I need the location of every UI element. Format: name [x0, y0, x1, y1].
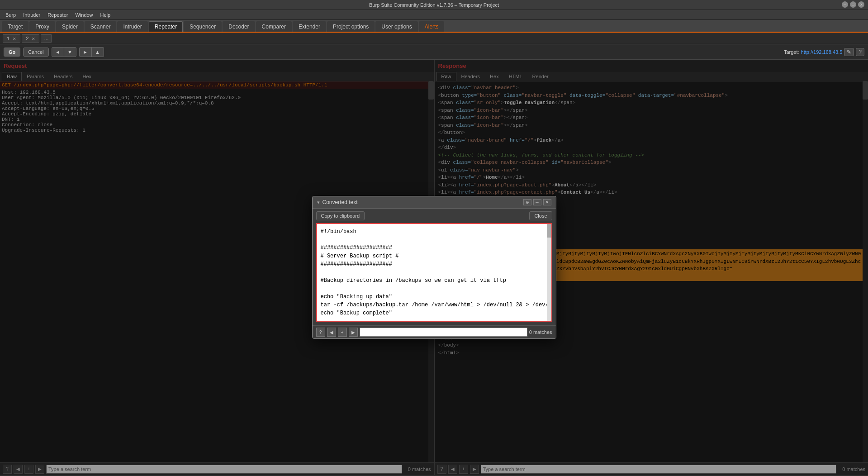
- toolbar-right: Target: http://192.168.43.5 ✎ ?: [784, 48, 864, 56]
- nav-next-button[interactable]: ►: [79, 47, 92, 57]
- repeater-tab-1-close[interactable]: ✕: [13, 37, 16, 41]
- menu-help[interactable]: Help: [97, 11, 114, 19]
- nav-prev-group: ◄ ▼: [52, 47, 76, 57]
- converted-text-modal: ▾ Converted text ⊕ ─ ✕ Copy to clipboard…: [312, 196, 556, 339]
- repeater-tab-2-close[interactable]: ✕: [32, 37, 35, 41]
- modal-toolbar: Copy to clipboard Close: [313, 209, 556, 223]
- modal-minimize-button[interactable]: ─: [533, 199, 541, 205]
- modal-pin-button[interactable]: ⊕: [523, 199, 531, 205]
- menu-window[interactable]: Window: [71, 11, 96, 19]
- repeater-tab-bar: 1 ✕ 2 ✕ ...: [0, 33, 868, 44]
- script-text: #!/bin/bash ###################### # Ser…: [321, 228, 548, 317]
- modal-title-bar: ▾ Converted text ⊕ ─ ✕: [313, 196, 556, 209]
- modal-window-controls: ⊕ ─ ✕: [523, 199, 551, 205]
- modal-search-bar: ? ◀ + ▶ 0 matches: [313, 325, 556, 338]
- tab-user-options[interactable]: User options: [375, 21, 417, 32]
- modal-search-input[interactable]: [360, 328, 527, 337]
- menu-bar: Burp Intruder Repeater Window Help: [0, 10, 868, 20]
- modal-search-prev[interactable]: ◀: [327, 328, 336, 337]
- menu-intruder[interactable]: Intruder: [19, 11, 44, 19]
- modal-close-button[interactable]: Close: [529, 211, 552, 220]
- modal-title-left: ▾ Converted text: [317, 199, 358, 205]
- modal-search-next[interactable]: ▶: [349, 328, 358, 337]
- main-content: Request Raw Params Headers Hex GET /inde…: [0, 60, 868, 475]
- tab-project-options[interactable]: Project options: [327, 21, 375, 32]
- cancel-button[interactable]: Cancel: [23, 48, 48, 57]
- close-button[interactable]: ✕: [858, 1, 864, 8]
- modal-collapse-icon: ▾: [317, 200, 320, 205]
- window-title: Burp Suite Community Edition v1.7.36 – T…: [369, 2, 499, 8]
- modal-search-help[interactable]: ?: [316, 328, 325, 337]
- maximize-button[interactable]: □: [850, 1, 856, 8]
- repeater-tab-1[interactable]: 1 ✕: [3, 34, 20, 43]
- repeater-tab-2[interactable]: 2 ✕: [22, 34, 39, 43]
- modal-title: Converted text: [323, 199, 358, 205]
- tab-comparer[interactable]: Comparer: [256, 21, 292, 32]
- tab-proxy[interactable]: Proxy: [29, 21, 55, 32]
- tab-extender[interactable]: Extender: [293, 21, 326, 32]
- modal-search-add[interactable]: +: [338, 328, 347, 337]
- modal-scrollbar[interactable]: [547, 224, 551, 321]
- tab-repeater[interactable]: Repeater: [149, 21, 183, 32]
- tab-scanner[interactable]: Scanner: [85, 21, 117, 32]
- title-bar-controls: ─ □ ✕: [842, 1, 864, 8]
- modal-overlay: ▾ Converted text ⊕ ─ ✕ Copy to clipboard…: [0, 60, 868, 475]
- target-help-button[interactable]: ?: [856, 48, 864, 56]
- modal-content: #!/bin/bash ###################### # Ser…: [316, 223, 552, 322]
- target-url: http://192.168.43.5: [801, 49, 843, 55]
- menu-burp[interactable]: Burp: [2, 11, 19, 19]
- target-edit-button[interactable]: ✎: [844, 48, 854, 56]
- modal-scrollbar-thumb: [547, 224, 551, 238]
- repeater-more-tabs[interactable]: ...: [41, 34, 52, 43]
- modal-close-x-button[interactable]: ✕: [543, 199, 551, 205]
- tab-intruder[interactable]: Intruder: [117, 21, 147, 32]
- go-button[interactable]: Go: [4, 48, 20, 57]
- toolbar: Go Cancel ◄ ▼ ► ▲ Target: http://192.168…: [0, 44, 868, 60]
- tab-decoder[interactable]: Decoder: [223, 21, 255, 32]
- modal-matches: 0 matches: [529, 329, 552, 335]
- tab-sequencer[interactable]: Sequencer: [184, 21, 222, 32]
- tab-spider[interactable]: Spider: [56, 21, 84, 32]
- tab-alerts[interactable]: Alerts: [419, 21, 445, 32]
- nav-down-button[interactable]: ▼: [64, 47, 76, 57]
- minimize-button[interactable]: ─: [842, 1, 848, 8]
- main-tab-bar: Target Proxy Spider Scanner Intruder Rep…: [0, 20, 868, 33]
- menu-repeater[interactable]: Repeater: [44, 11, 71, 19]
- nav-prev-button[interactable]: ◄: [52, 47, 64, 57]
- tab-target[interactable]: Target: [2, 21, 28, 32]
- target-label: Target:: [784, 49, 799, 55]
- nav-up-button[interactable]: ▲: [91, 47, 104, 57]
- toolbar-left: Go Cancel ◄ ▼ ► ▲: [4, 47, 104, 57]
- nav-next-group: ► ▲: [79, 47, 104, 57]
- title-bar: Burp Suite Community Edition v1.7.36 – T…: [0, 0, 868, 10]
- copy-to-clipboard-button[interactable]: Copy to clipboard: [316, 211, 365, 220]
